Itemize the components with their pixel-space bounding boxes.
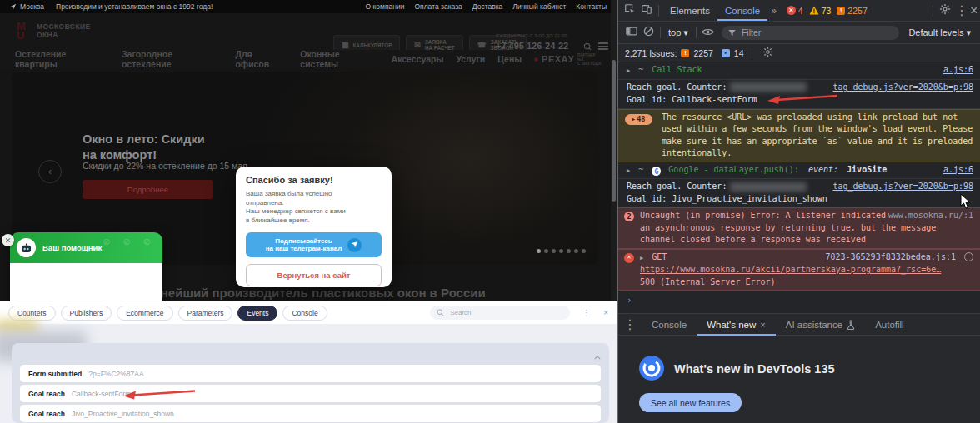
leaf-pattern: ⊘ ⊘ ⊘ <box>102 236 156 247</box>
request-url-link[interactable]: https://www.mosokna.ru/akcii/partnerskay… <box>640 265 941 274</box>
nav-item-services[interactable]: Услуги <box>456 54 485 64</box>
log-levels-selector[interactable]: Default levels ▾ <box>904 27 975 38</box>
console-row-call-stack: ▶ ~ Call Stack a.js:6 <box>618 62 980 80</box>
google-icon: G <box>652 167 661 176</box>
event-row-form-submitted[interactable]: Form submitted ?p=F%C2%87AA <box>20 365 601 382</box>
context-selector[interactable]: top ▾ <box>664 27 692 38</box>
metrika-search-input[interactable] <box>448 308 552 317</box>
topbar-link-delivery[interactable]: Доставка <box>472 2 503 11</box>
devtools-menu-icon[interactable]: ⋮ <box>953 2 970 18</box>
modal-text: Ваша заявка была успешно отправлена. Наш… <box>246 190 382 225</box>
metrika-debug-panel: Counters Publishers Ecommerce Parameters… <box>0 301 617 423</box>
messages-count[interactable]: 14 <box>734 48 744 58</box>
error-count-pill[interactable]: 2 <box>624 212 634 221</box>
hero-details-button[interactable]: Подробнее <box>82 180 213 199</box>
collapse-chevron-icon[interactable] <box>594 348 601 363</box>
drawer-menu-icon[interactable]: ⋮ <box>622 316 638 332</box>
tab-publishers[interactable]: Publishers <box>61 306 112 321</box>
event-row-goal-callback[interactable]: Goal reach Callback-sentForm <box>20 385 601 402</box>
issues-count[interactable]: 2257 <box>693 48 712 58</box>
console-sidebar-icon[interactable] <box>623 25 640 40</box>
issues-count[interactable]: 2257 <box>848 6 867 16</box>
topbar-city-label: Москва <box>20 2 44 11</box>
close-devtools-icon[interactable]: × <box>970 3 977 18</box>
source-link[interactable]: a.js:6 <box>943 64 973 77</box>
nav-item-apartments[interactable]: Остекление квартиры <box>15 49 109 69</box>
tab-counters[interactable]: Counters <box>8 306 56 321</box>
drawer-tab-console[interactable]: Console <box>642 313 697 336</box>
error-count-icon[interactable]: ✕ <box>787 6 796 15</box>
drawer-tab-whats-new[interactable]: What's new × <box>697 313 776 336</box>
devtools-window: Elements Console » ✕ 4 73 ! 2257 ⋮ × to <box>617 0 980 423</box>
page-scrollbar-thumb[interactable] <box>612 60 616 202</box>
expand-triangle-icon[interactable]: ▶ <box>640 255 643 261</box>
source-link[interactable]: www.mosokna.ru/:1 <box>888 210 973 222</box>
tab-console[interactable]: Console <box>282 306 327 321</box>
source-link[interactable]: tag_debug.js?ver=2020&b=p:98 <box>832 82 973 94</box>
console-filter-input[interactable] <box>740 27 892 38</box>
warning-count-pill[interactable]: ▶48 <box>625 114 652 125</box>
site-logo-icon[interactable]: МU <box>17 22 32 42</box>
event-row-goal-jivo[interactable]: Goal reach Jivo_Proactive_invitation_sho… <box>20 405 601 422</box>
source-link[interactable]: a.js:6 <box>943 164 973 177</box>
warning-count-icon[interactable] <box>809 6 819 15</box>
telegram-icon: ➤ <box>348 238 362 252</box>
source-link[interactable]: 7023-365293f8332bedea.js:1 <box>825 252 956 261</box>
topbar-link-contacts[interactable]: Контакты <box>576 2 607 11</box>
source-link[interactable]: tag_debug.js?ver=2020&b=p:98 <box>832 181 973 193</box>
issues-total[interactable]: 2,271 Issues: <box>625 48 677 58</box>
issues-settings-gear-icon[interactable] <box>760 47 777 59</box>
drawer-tab-ai-assistance[interactable]: AI assistance <box>776 313 865 336</box>
error-x-icon: ✕ <box>624 253 634 263</box>
tab-elements[interactable]: Elements <box>662 0 718 21</box>
chat-header: ⊘ ⊘ ⊘ Ваш помощник <box>10 232 162 263</box>
warning-count[interactable]: 73 <box>822 6 832 16</box>
metrika-search[interactable] <box>430 306 570 320</box>
carousel-dots[interactable] <box>537 249 586 253</box>
error-count[interactable]: 4 <box>798 6 803 16</box>
console-filter[interactable] <box>722 26 900 40</box>
call-stack-label: Call Stack <box>652 65 702 74</box>
tab-console[interactable]: Console <box>718 0 768 21</box>
issues-bar: 2,271 Issues: ! 2257 ▪ 14 <box>618 44 980 62</box>
return-to-site-button[interactable]: Вернуться на сайт <box>246 264 382 286</box>
modal-title: Спасибо за заявку! <box>246 175 382 185</box>
console-prompt[interactable]: › <box>618 291 980 311</box>
tab-parameters[interactable]: Parameters <box>178 306 233 321</box>
console-messages: ▶ ~ Call Stack a.js:6 tag_debug.js?ver=2… <box>618 62 980 311</box>
nav-item-systems[interactable]: Оконные системы <box>300 49 378 69</box>
more-tabs-icon[interactable]: » <box>768 5 780 17</box>
nav-item-prices[interactable]: Цены <box>498 54 522 64</box>
topbar-link-payment[interactable]: Оплата заказа <box>414 2 462 11</box>
chat-close-button[interactable]: ✕ <box>2 234 14 246</box>
nav-item-accessories[interactable]: Аксессуары <box>392 54 444 64</box>
inspect-element-icon[interactable] <box>622 3 638 18</box>
drawer-tab-autofill[interactable]: Autofill <box>865 313 914 336</box>
expand-triangle-icon[interactable]: ▶ <box>627 67 630 74</box>
telegram-subscribe-button[interactable]: Подписывайтесьна наш телеграм-канал ➤ <box>246 232 382 257</box>
see-all-features-button[interactable]: See all new features <box>639 393 742 412</box>
device-toolbar-icon[interactable] <box>638 3 655 18</box>
console-row-reach-goal-1: tag_debug.js?ver=2020&b=p:98 Reach goal.… <box>618 80 980 109</box>
thank-you-modal: Спасибо за заявку! Ваша заявка была успе… <box>236 167 392 287</box>
topbar-link-account[interactable]: Личный кабинет <box>512 2 566 11</box>
expand-triangle-icon[interactable]: ▶ <box>627 167 630 174</box>
settings-gear-icon[interactable] <box>937 3 953 18</box>
nav-item-offices[interactable]: Для офисов <box>235 49 288 69</box>
more-options-icon[interactable]: ⋮ <box>582 308 591 317</box>
site-logo-text[interactable]: МОСКОВСКИЕ ОКНА <box>37 23 91 39</box>
chat-widget[interactable]: ⊘ ⊘ ⊘ Ваш помощник <box>10 232 162 307</box>
nav-item-country[interactable]: Загородное остекление <box>122 49 222 69</box>
carousel-prev-button[interactable]: ‹ <box>38 160 62 183</box>
close-panel-icon[interactable]: × <box>603 308 608 317</box>
tab-events[interactable]: Events <box>238 306 278 321</box>
open-issue-icon[interactable] <box>964 252 973 261</box>
close-tab-icon[interactable]: × <box>760 320 765 330</box>
clear-console-icon[interactable] <box>640 25 657 40</box>
console-row-datalayer: ▶ ~ G Google - dataLayer.push(): event: … <box>618 162 980 180</box>
topbar-link-about[interactable]: О компании <box>366 2 405 11</box>
topbar-city[interactable]: Москва <box>10 2 44 11</box>
issues-count-icon[interactable]: ! <box>837 7 845 15</box>
live-expression-eye-icon[interactable] <box>700 25 717 40</box>
tab-ecommerce[interactable]: Ecommerce <box>117 306 172 321</box>
